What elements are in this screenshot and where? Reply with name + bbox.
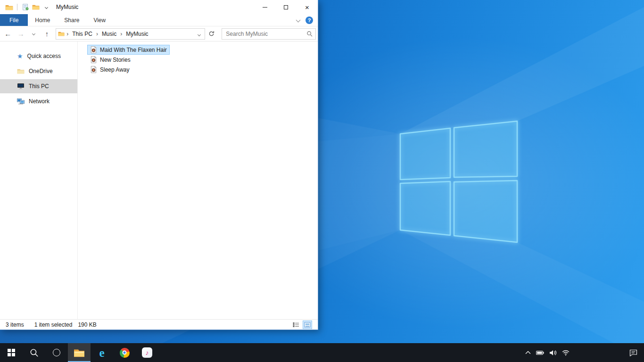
search-box <box>222 28 316 40</box>
battery-button[interactable] <box>536 350 544 355</box>
status-bar: 3 items 1 item selected 190 KB <box>0 319 318 329</box>
itunes-button[interactable]: ♪ <box>136 343 158 362</box>
navigation-pane: ★ Quick access OneDrive This PC <box>0 41 78 319</box>
tab-view[interactable]: View <box>86 14 113 26</box>
forward-button[interactable]: → <box>15 28 27 40</box>
explorer-main: ★ Quick access OneDrive This PC <box>0 41 318 319</box>
back-button[interactable]: ← <box>2 28 14 40</box>
tab-share[interactable]: Share <box>57 14 86 26</box>
breadcrumb-this-pc[interactable]: This PC <box>69 31 96 37</box>
window-folder-icon <box>4 2 14 12</box>
qat-separator <box>17 4 17 10</box>
audio-file-icon <box>90 66 97 73</box>
view-toggles <box>291 321 312 329</box>
ribbon-tab-bar: File Home Share View ? <box>0 14 318 26</box>
itunes-icon: ♪ <box>142 347 152 358</box>
search-input[interactable] <box>222 31 306 37</box>
taskbar-file-explorer-button[interactable] <box>68 343 91 362</box>
minimize-button[interactable] <box>254 0 275 14</box>
up-button[interactable]: ↑ <box>41 28 53 40</box>
file-item-maid-with-the-flaxen-hair[interactable]: Maid With The Flaxen Hair <box>87 45 170 55</box>
cortana-button[interactable] <box>45 343 68 362</box>
status-item-count: 3 items <box>6 321 24 328</box>
system-tray <box>525 343 570 362</box>
sidebar-item-label: Quick access <box>27 53 61 59</box>
desktop: MyMusic × File Home Share View ? ← → ↑ <box>0 0 644 362</box>
file-explorer-window: MyMusic × File Home Share View ? ← → ↑ <box>0 0 318 330</box>
quick-access-star-icon: ★ <box>17 53 23 59</box>
window-title: MyMusic <box>56 4 78 10</box>
file-name: Sleep Away <box>100 66 130 73</box>
wifi-button[interactable] <box>562 350 570 356</box>
taskbar: e ♪ <box>0 343 644 362</box>
internet-explorer-icon: e <box>99 347 104 359</box>
action-center-button[interactable] <box>626 343 640 362</box>
recent-locations-chevron-icon <box>32 32 35 35</box>
details-view-button[interactable] <box>291 321 301 329</box>
onedrive-folder-icon <box>17 68 25 74</box>
battery-icon <box>536 350 544 355</box>
refresh-button[interactable] <box>206 28 217 40</box>
action-center-icon <box>629 349 637 356</box>
volume-button[interactable] <box>549 350 557 356</box>
taskbar-search-button[interactable] <box>23 343 45 362</box>
breadcrumb-music[interactable]: Music <box>99 31 120 37</box>
search-icon <box>30 348 39 357</box>
search-icon[interactable] <box>306 31 313 37</box>
address-folder-icon <box>58 31 65 36</box>
maximize-button[interactable] <box>275 0 297 14</box>
file-name: New Stories <box>100 57 131 63</box>
tab-file[interactable]: File <box>0 14 28 26</box>
file-explorer-icon <box>74 348 85 357</box>
close-button[interactable]: × <box>297 0 318 14</box>
large-icons-view-icon <box>304 322 311 328</box>
file-name: Maid With The Flaxen Hair <box>100 47 167 53</box>
back-arrow-icon: ← <box>4 30 11 38</box>
sidebar-item-quick-access[interactable]: ★ Quick access <box>0 49 77 63</box>
volume-icon <box>549 350 557 356</box>
minimize-icon <box>263 7 267 8</box>
help-icon[interactable]: ? <box>305 16 313 24</box>
status-selection: 1 item selected <box>34 321 73 328</box>
expand-ribbon-chevron-icon[interactable] <box>296 18 301 23</box>
file-item-sleep-away[interactable]: Sleep Away <box>87 65 132 74</box>
qat-customize-chevron-icon[interactable] <box>41 2 51 12</box>
address-dropdown-button[interactable] <box>196 31 203 37</box>
breadcrumb-mymusic[interactable]: MyMusic <box>123 31 151 37</box>
tab-home[interactable]: Home <box>28 14 57 26</box>
sidebar-item-label: This PC <box>29 83 49 90</box>
sidebar-item-label: OneDrive <box>29 68 53 74</box>
up-arrow-icon: ↑ <box>45 30 49 38</box>
large-icons-view-button[interactable] <box>303 321 312 329</box>
qat-properties-icon[interactable] <box>20 2 31 12</box>
chrome-button[interactable] <box>113 343 136 362</box>
network-icon <box>17 98 25 105</box>
hidden-icons-chevron-icon <box>525 351 531 354</box>
maximize-icon <box>284 5 288 9</box>
internet-explorer-button[interactable]: e <box>91 343 113 362</box>
audio-file-icon <box>90 46 97 53</box>
status-size: 190 KB <box>78 321 96 328</box>
audio-file-icon <box>90 56 97 63</box>
title-bar: MyMusic × <box>0 0 318 14</box>
chrome-icon <box>120 348 130 358</box>
address-bar[interactable]: › This PC › Music › MyMusic <box>56 28 205 40</box>
start-icon <box>8 349 15 356</box>
hidden-icons-button[interactable] <box>525 351 531 354</box>
sidebar-item-this-pc[interactable]: This PC <box>0 79 77 93</box>
qat-new-folder-icon[interactable] <box>31 2 41 12</box>
close-icon: × <box>305 4 309 11</box>
sidebar-item-network[interactable]: Network <box>0 94 77 108</box>
recent-locations-button[interactable] <box>28 28 40 40</box>
sidebar-item-onedrive[interactable]: OneDrive <box>0 64 77 78</box>
sidebar-item-label: Network <box>29 98 50 105</box>
details-view-icon <box>293 322 299 328</box>
this-pc-monitor-icon <box>17 83 25 90</box>
cortana-icon <box>53 349 60 356</box>
start-button[interactable] <box>0 343 23 362</box>
navigation-bar: ← → ↑ › This PC › Music › MyMusic <box>0 26 318 41</box>
refresh-icon <box>208 31 215 37</box>
address-dropdown-chevron-icon <box>198 33 201 36</box>
file-list: Maid With The Flaxen Hair New Stories Sl… <box>78 41 318 319</box>
file-item-new-stories[interactable]: New Stories <box>87 55 133 65</box>
